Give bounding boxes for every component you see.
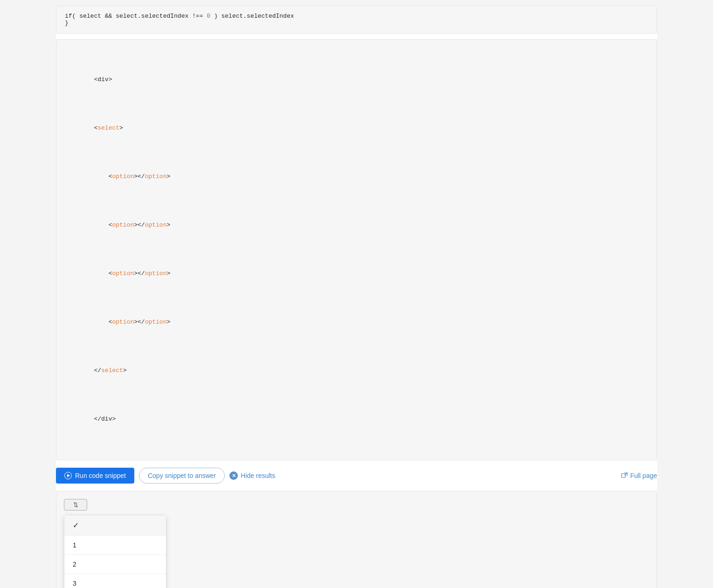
run-label: Run code snippet (75, 472, 126, 479)
dropdown-item-check[interactable]: ✓ (64, 515, 166, 536)
chevron-updown-icon: ⇅ (73, 501, 78, 508)
code-option-3: <option></option> (65, 260, 648, 289)
top-code-block: if( select && select.selectedIndex !== 0… (56, 6, 657, 34)
page-wrapper: if( select && select.selectedIndex !== 0… (0, 6, 713, 588)
dropdown-item-1[interactable]: 1 (64, 536, 166, 555)
code-div-open: <div> (65, 66, 648, 95)
dropdown-list: ✓ 1 2 3 (64, 515, 166, 588)
dropdown-label-2: 2 (73, 560, 76, 568)
answer-container: if( select && select.selectedIndex !== 0… (56, 6, 657, 588)
code-line-1: if( select && select.selectedIndex !== 0… (65, 13, 648, 20)
snippet-toolbar: Run code snippet Copy snippet to answer … (56, 468, 657, 484)
svg-marker-1 (67, 474, 70, 477)
code-if: if( select && select.selectedIndex !== (65, 13, 207, 20)
code-select-close: </select> (65, 357, 648, 386)
dropdown-item-2[interactable]: 2 (64, 555, 166, 574)
full-page-button[interactable]: Full page (621, 472, 657, 479)
main-code-block: <div> <select> <option></option> <option… (56, 39, 657, 460)
code-line-2: } (65, 20, 648, 27)
fullpage-label: Full page (630, 472, 657, 479)
copy-snippet-button[interactable]: Copy snippet to answer (139, 468, 225, 484)
hide-label: Hide results (241, 472, 275, 479)
dropdown-label-1: 1 (73, 541, 76, 549)
select-visual[interactable]: ⇅ (64, 499, 87, 511)
external-link-icon (621, 472, 628, 479)
dropdown-item-3[interactable]: 3 (64, 574, 166, 588)
copy-label: Copy snippet to answer (148, 472, 216, 479)
code-zero: 0 (207, 13, 210, 20)
hide-results-button[interactable]: ✕ Hide results (229, 471, 275, 480)
code-select-open: <select> (65, 114, 648, 143)
code-option-1: <option></option> (65, 163, 648, 192)
dropdown-label-3: 3 (73, 580, 76, 587)
result-area: ⇅ ✓ 1 2 3 (56, 491, 657, 588)
code-option-2: <option></option> (65, 211, 648, 240)
close-circle-icon: ✕ (229, 471, 238, 480)
select-widget-wrapper: ⇅ ✓ 1 2 3 (64, 499, 87, 511)
code-rest: ) select.selectedIndex (214, 13, 294, 20)
svg-rect-2 (622, 474, 625, 477)
code-div-close: </div> (65, 405, 648, 434)
play-icon (64, 472, 72, 479)
run-snippet-button[interactable]: Run code snippet (56, 468, 134, 484)
code-option-4: <option></option> (65, 308, 648, 337)
checkmark-icon: ✓ (73, 521, 79, 530)
